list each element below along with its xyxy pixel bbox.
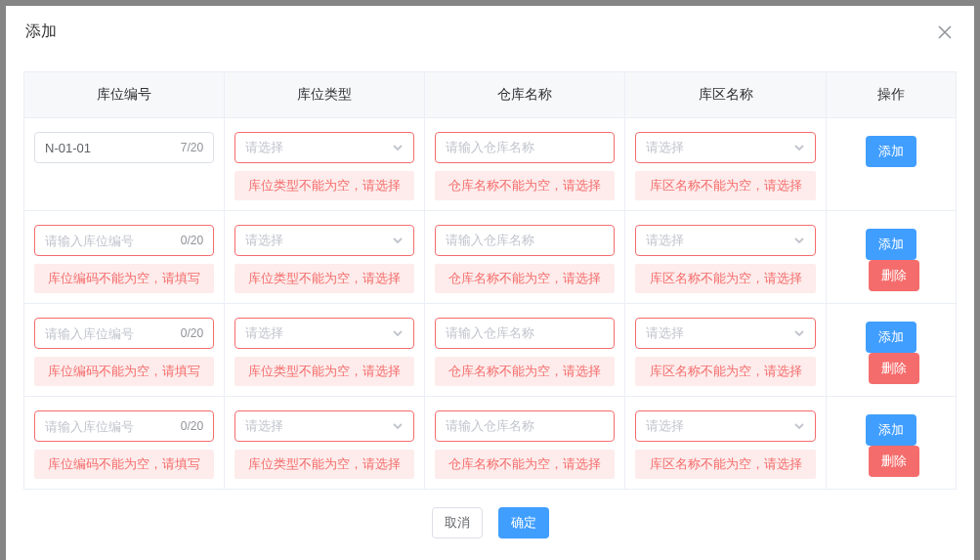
chevron-down-icon [793, 235, 805, 246]
wh-placeholder: 请输入仓库名称 [446, 139, 604, 156]
select-placeholder: 请选择 [646, 139, 792, 156]
code-input[interactable] [45, 234, 177, 248]
select-placeholder: 请选择 [646, 232, 792, 249]
chevron-down-icon [793, 142, 805, 153]
modal-title: 添加 [25, 22, 57, 42]
type-select[interactable]: 请选择 [234, 318, 414, 349]
area-error: 库区名称不能为空，请选择 [635, 264, 815, 293]
area-error: 库区名称不能为空，请选择 [635, 357, 815, 386]
delete-row-button[interactable]: 删除 [869, 353, 919, 384]
wh-placeholder: 请输入仓库名称 [446, 324, 604, 342]
area-error: 库区名称不能为空，请选择 [635, 171, 815, 200]
code-counter: 0/20 [181, 326, 203, 340]
table-row: 0/20 库位编码不能为空，请填写 请选择 库位类型不能为空，请选择 请输 [24, 397, 957, 490]
add-row-button[interactable]: 添加 [866, 322, 916, 353]
code-input-wrapper[interactable]: 0/20 [34, 225, 214, 256]
code-counter: 0/20 [181, 234, 203, 247]
code-counter: 7/20 [181, 141, 203, 154]
table-header-row: 库位编号 库位类型 仓库名称 库区名称 操作 [24, 72, 957, 118]
area-select[interactable]: 请选择 [635, 318, 815, 349]
wh-error: 仓库名称不能为空，请选择 [435, 171, 615, 200]
delete-row-button[interactable]: 删除 [869, 446, 919, 477]
code-input[interactable] [45, 419, 177, 434]
code-input-wrapper[interactable]: 7/20 [34, 132, 214, 163]
type-error: 库位类型不能为空，请选择 [234, 450, 414, 479]
wh-placeholder: 请输入仓库名称 [446, 417, 604, 435]
code-error: 库位编码不能为空，请填写 [34, 450, 214, 479]
code-counter: 0/20 [181, 419, 203, 433]
select-placeholder: 请选择 [245, 324, 392, 342]
wh-placeholder: 请输入仓库名称 [446, 232, 604, 249]
type-error: 库位类型不能为空，请选择 [234, 357, 414, 386]
locations-table: 库位编号 库位类型 仓库名称 库区名称 操作 7/20 [23, 71, 957, 490]
warehouse-input[interactable]: 请输入仓库名称 [435, 225, 615, 256]
close-button[interactable] [935, 22, 955, 42]
select-placeholder: 请选择 [245, 417, 392, 435]
select-placeholder: 请选择 [646, 417, 792, 435]
warehouse-input[interactable]: 请输入仓库名称 [435, 132, 615, 163]
add-row-button[interactable]: 添加 [866, 414, 916, 446]
chevron-down-icon [392, 235, 404, 246]
th-area: 库区名称 [625, 72, 826, 118]
modal-header: 添加 [6, 6, 974, 54]
modal-body: 库位编号 库位类型 仓库名称 库区名称 操作 7/20 [6, 54, 974, 538]
ok-button[interactable]: 确定 [498, 507, 549, 538]
area-error: 库区名称不能为空，请选择 [635, 450, 815, 479]
area-select[interactable]: 请选择 [635, 410, 815, 442]
table-row: 0/20 库位编码不能为空，请填写 请选择 库位类型不能为空，请选择 请输 [24, 211, 957, 304]
code-input[interactable] [45, 141, 177, 155]
chevron-down-icon [392, 420, 404, 432]
select-placeholder: 请选择 [646, 324, 792, 342]
code-input-wrapper[interactable]: 0/20 [34, 318, 214, 349]
chevron-down-icon [392, 142, 404, 153]
code-error: 库位编码不能为空，请填写 [34, 357, 214, 386]
chevron-down-icon [793, 327, 805, 339]
code-input-wrapper[interactable]: 0/20 [34, 410, 214, 442]
area-select[interactable]: 请选择 [635, 225, 815, 256]
add-row-button[interactable]: 添加 [866, 229, 916, 260]
add-row-button[interactable]: 添加 [866, 136, 916, 167]
wh-error: 仓库名称不能为空，请选择 [435, 450, 615, 479]
type-select[interactable]: 请选择 [234, 132, 414, 163]
code-error: 库位编码不能为空，请填写 [34, 264, 214, 293]
delete-row-button[interactable]: 删除 [869, 260, 919, 291]
th-action: 操作 [826, 72, 956, 118]
type-error: 库位类型不能为空，请选择 [234, 264, 414, 293]
type-select[interactable]: 请选择 [234, 225, 414, 256]
area-select[interactable]: 请选择 [635, 132, 815, 163]
select-placeholder: 请选择 [245, 139, 392, 156]
table-row: 0/20 库位编码不能为空，请填写 请选择 库位类型不能为空，请选择 请输 [24, 304, 957, 397]
cancel-button[interactable]: 取消 [432, 507, 483, 538]
code-input[interactable] [45, 326, 177, 341]
close-icon [938, 25, 952, 39]
select-placeholder: 请选择 [245, 232, 392, 249]
modal-add-location: 添加 库位编号 库位类型 仓库名称 库区名称 操作 [6, 6, 974, 560]
th-wh: 仓库名称 [425, 72, 625, 118]
type-error: 库位类型不能为空，请选择 [234, 171, 414, 200]
warehouse-input[interactable]: 请输入仓库名称 [435, 318, 615, 349]
wh-error: 仓库名称不能为空，请选择 [435, 264, 615, 293]
table-row: 7/20 请选择 库位类型不能为空，请选择 请输入仓库名称 [24, 118, 957, 211]
type-select[interactable]: 请选择 [234, 410, 414, 442]
th-code: 库位编号 [24, 72, 225, 118]
modal-footer: 取消 确定 [23, 490, 957, 538]
th-type: 库位类型 [225, 72, 425, 118]
chevron-down-icon [793, 420, 805, 432]
wh-error: 仓库名称不能为空，请选择 [435, 357, 615, 386]
chevron-down-icon [392, 327, 404, 339]
warehouse-input[interactable]: 请输入仓库名称 [435, 410, 615, 442]
